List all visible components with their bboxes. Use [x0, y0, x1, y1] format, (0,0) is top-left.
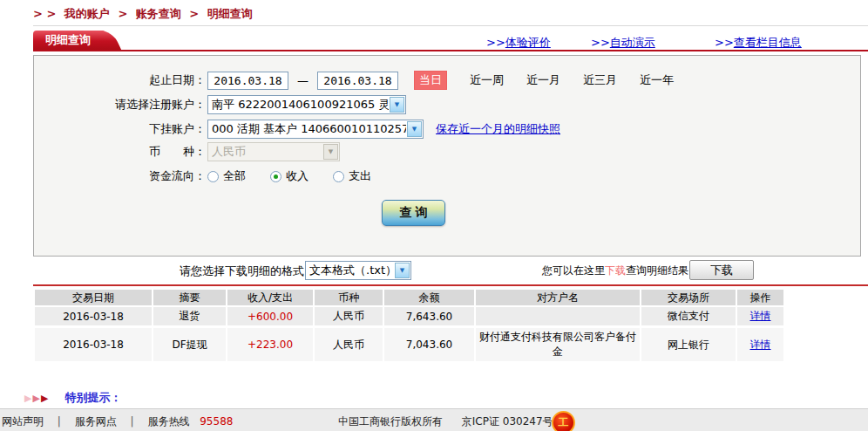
link-view-column-info[interactable]: >>查看栏目信息 — [715, 35, 802, 51]
footer-hotline-number: 95588 — [200, 415, 233, 428]
detail-link[interactable]: 详情 — [750, 310, 771, 322]
table-row: 2016-03-18 DF提现 +223.00 人民币 7,043.60 财付通… — [35, 327, 784, 363]
footer-link-branches[interactable]: 服务网点 — [75, 415, 117, 428]
chevron-down-icon[interactable]: ▼ — [395, 263, 410, 278]
cell-counterparty: 财付通支付科技有限公司客户备付金 — [475, 327, 641, 363]
icp-text: 京ICP证 030247号 — [462, 415, 553, 428]
today-button[interactable]: 当日 — [414, 71, 447, 90]
quick-range-month[interactable]: 近一月 — [526, 72, 560, 88]
fund-flow-row: 资金流向： 全部 收入 支出 — [34, 166, 860, 187]
col-header-summary: 摘要 — [153, 290, 227, 306]
link-label[interactable]: 自动演示 — [610, 36, 655, 49]
download-hint: 您可以在这里下载查询明细结果 — [542, 263, 688, 278]
date-range-label: 起止日期： — [34, 72, 206, 88]
download-format-select[interactable]: 文本格式（.txt） ▼ — [305, 261, 411, 280]
footer-hotline-label: 服务热线 — [147, 415, 189, 428]
registered-account-row: 请选择注册账户： 南平 6222001406100921065 灵通卡 ▼ — [34, 94, 860, 115]
currency-row: 币 种： 人民币 ▼ — [34, 141, 860, 162]
cell-currency: 人民币 — [314, 306, 383, 327]
flow-option-label: 收入 — [286, 168, 309, 184]
query-button[interactable]: 查 询 — [382, 200, 445, 226]
breadcrumb-item-account-query[interactable]: 账务查询 — [136, 7, 181, 20]
download-hint-suffix: 查询明细结果 — [626, 264, 688, 277]
sub-account-select[interactable]: 000 活期 基本户 1406600101102571848 ▼ — [207, 120, 424, 139]
query-form-panel: 起止日期： — 当日 近一周 近一月 近三月 近一年 请选择注册账户： 南平 6… — [33, 55, 861, 257]
radio-icon[interactable] — [333, 171, 344, 182]
cell-counterparty — [475, 306, 641, 327]
link-experience-evaluation[interactable]: >>体验评价 — [486, 35, 551, 51]
breadcrumb-item-detail-query[interactable]: 明细查询 — [207, 7, 253, 20]
cell-currency: 人民币 — [314, 327, 383, 363]
cell-action: 详情 — [736, 306, 784, 327]
breadcrumb-arrows: > > — [33, 7, 56, 20]
cell-amount: +223.00 — [227, 327, 314, 363]
chevron-down-icon: ▼ — [323, 144, 338, 160]
download-inline-link[interactable]: 下载 — [605, 264, 626, 277]
chevron-down-icon[interactable]: ▼ — [390, 97, 404, 113]
double-chevron-icon: >> — [591, 36, 610, 49]
col-header-counterparty: 对方户名 — [475, 290, 641, 306]
tab-detail-query: 明细查询 — [33, 31, 105, 50]
cell-summary: 退货 — [153, 306, 227, 327]
triangle-arrow-icon: ▶ — [41, 393, 48, 404]
table-header-row: 交易日期 摘要 收入/支出 币种 余额 对方户名 交易场所 操作 — [35, 290, 784, 306]
link-auto-demo[interactable]: >>自动演示 — [591, 35, 655, 51]
download-format-label: 请您选择下载明细的格式 — [180, 263, 304, 279]
triangle-arrow-icon: ▶ — [32, 393, 39, 404]
date-range-row: 起止日期： — 当日 近一周 近一月 近三月 近一年 — [34, 70, 860, 91]
footer-separator: | — [58, 415, 61, 428]
registered-account-label: 请选择注册账户： — [34, 97, 206, 113]
flow-option-income[interactable]: 收入 — [270, 168, 309, 184]
col-header-balance: 余额 — [383, 290, 475, 306]
cell-summary: DF提现 — [153, 327, 227, 363]
cell-date: 2016-03-18 — [35, 306, 153, 327]
footer-link-statement[interactable]: 网站声明 — [2, 415, 44, 428]
sub-account-value: 000 活期 基本户 1406600101102571848 — [208, 121, 406, 137]
copyright-text: 中国工商银行版权所有 — [338, 415, 443, 428]
quick-range-year[interactable]: 近一年 — [640, 72, 674, 88]
quick-range-week[interactable]: 近一周 — [470, 72, 504, 88]
breadcrumb: > > 我的账户 > 账务查询 > 明细查询 — [33, 6, 257, 22]
col-header-channel: 交易场所 — [641, 290, 736, 306]
download-format-value: 文本格式（.txt） — [306, 263, 394, 278]
save-snapshot-link[interactable]: 保存近一个月的明细快照 — [436, 121, 560, 137]
currency-select: 人民币 ▼ — [207, 142, 340, 161]
special-notice-label: 特别提示： — [64, 390, 121, 406]
bank-seal-icon: 工 — [552, 411, 575, 431]
download-hint-prefix: 您可以在这里 — [542, 264, 605, 277]
cell-balance: 7,643.60 — [383, 306, 475, 327]
download-button[interactable]: 下载 — [689, 260, 754, 280]
date-to-input[interactable] — [317, 72, 398, 90]
quick-range-quarter[interactable]: 近三月 — [583, 72, 617, 88]
fund-flow-label: 资金流向： — [34, 168, 206, 184]
radio-checked-icon[interactable] — [270, 171, 281, 182]
cell-channel: 网上银行 — [641, 327, 736, 363]
flow-option-expense[interactable]: 支出 — [333, 168, 371, 184]
date-from-input[interactable] — [207, 72, 288, 90]
table-top-divider — [33, 284, 868, 286]
breadcrumb-divider — [33, 25, 868, 26]
cell-channel: 微信支付 — [641, 306, 736, 327]
triangle-arrow-icon: ▶ — [24, 393, 31, 404]
double-chevron-icon: >> — [715, 36, 734, 49]
footer: 网站声明 | 服务网点 | 服务热线 95588 中国工商银行版权所有 京ICP… — [0, 408, 868, 431]
cell-date: 2016-03-18 — [35, 327, 153, 363]
flow-option-all[interactable]: 全部 — [207, 168, 246, 184]
cell-balance: 7,043.60 — [383, 327, 475, 363]
breadcrumb-separator: > — [118, 7, 127, 20]
currency-label: 币 种： — [34, 144, 206, 160]
detail-link[interactable]: 详情 — [750, 339, 771, 351]
cell-action: 详情 — [736, 327, 784, 363]
detail-query-page: > > 我的账户 > 账务查询 > 明细查询 明细查询 >>体验评价 >>自动演… — [0, 0, 868, 431]
link-label[interactable]: 查看栏目信息 — [734, 36, 802, 49]
sub-account-row: 下挂账户： 000 活期 基本户 1406600101102571848 ▼ 保… — [34, 119, 860, 140]
radio-icon[interactable] — [207, 171, 219, 182]
double-chevron-icon: >> — [486, 36, 505, 49]
date-dash: — — [297, 74, 309, 87]
col-header-action: 操作 — [736, 290, 784, 306]
breadcrumb-item-my-account[interactable]: 我的账户 — [64, 7, 110, 20]
link-label[interactable]: 体验评价 — [505, 36, 551, 49]
registered-account-select[interactable]: 南平 6222001406100921065 灵通卡 ▼ — [207, 95, 406, 114]
breadcrumb-separator: > — [189, 7, 199, 20]
chevron-down-icon[interactable]: ▼ — [407, 121, 422, 137]
